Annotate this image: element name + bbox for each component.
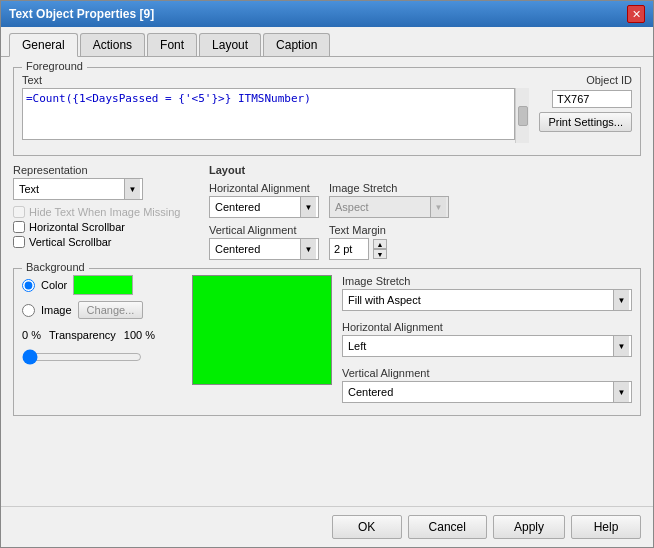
cancel-button[interactable]: Cancel — [408, 515, 487, 539]
color-radio-row: Color — [22, 275, 182, 295]
slider-container — [22, 349, 142, 368]
representation-row: Text ▼ — [13, 178, 198, 200]
transparency-slider[interactable] — [22, 349, 142, 365]
image-stretch-arrow: ▼ — [430, 197, 446, 217]
vertical-scrollbar-label: Vertical Scrollbar — [29, 236, 112, 248]
text-margin-row: ▲ ▼ — [329, 238, 449, 260]
bg-v-align-select[interactable]: Centered ▼ — [342, 381, 632, 403]
h-align-arrow[interactable]: ▼ — [300, 197, 316, 217]
bg-h-align-arrow[interactable]: ▼ — [613, 336, 629, 356]
transparency-label: Transparency — [49, 329, 116, 341]
layout-section: Layout Horizontal Alignment Centered ▼ V… — [208, 164, 641, 260]
v-align-arrow[interactable]: ▼ — [300, 239, 316, 259]
transparency-start: 0 % — [22, 329, 41, 341]
horizontal-scrollbar-checkbox[interactable] — [13, 221, 25, 233]
representation-select[interactable]: Text ▼ — [13, 178, 143, 200]
color-swatch[interactable] — [73, 275, 133, 295]
text-margin-label: Text Margin — [329, 224, 449, 236]
hide-text-checkbox[interactable] — [13, 206, 25, 218]
foreground-group: Foreground Text =Count({1<DaysPassed = {… — [13, 67, 641, 156]
bg-image-stretch-arrow[interactable]: ▼ — [613, 290, 629, 310]
background-left: Color Image Change... 0 % Transparency 1… — [22, 275, 182, 368]
tab-bar: General Actions Font Layout Caption — [1, 27, 653, 57]
foreground-left: Text =Count({1<DaysPassed = {'<5'}>} ITM… — [22, 74, 529, 143]
bg-v-align-row: Vertical Alignment Centered ▼ — [342, 367, 632, 403]
alignment-column: Horizontal Alignment Centered ▼ Vertical… — [209, 182, 319, 260]
ok-button[interactable]: OK — [332, 515, 402, 539]
v-align-label: Vertical Alignment — [209, 224, 319, 236]
title-bar: Text Object Properties [9] ✕ — [1, 1, 653, 27]
image-radio-label: Image — [41, 304, 72, 316]
h-align-select[interactable]: Centered ▼ — [209, 196, 319, 218]
v-align-value: Centered — [212, 243, 300, 255]
representation-arrow[interactable]: ▼ — [124, 179, 140, 199]
transparency-end: 100 % — [124, 329, 155, 341]
image-radio-row: Image Change... — [22, 301, 182, 319]
image-stretch-label: Image Stretch — [329, 182, 449, 194]
bg-image-stretch-label: Image Stretch — [342, 275, 632, 287]
horizontal-scrollbar-checkbox-row: Horizontal Scrollbar — [13, 221, 198, 233]
transparency-row: 0 % Transparency 100 % — [22, 329, 182, 341]
bg-image-stretch-select[interactable]: Fill with Aspect ▼ — [342, 289, 632, 311]
spinner-up[interactable]: ▲ — [373, 239, 387, 249]
apply-button[interactable]: Apply — [493, 515, 565, 539]
color-radio-label: Color — [41, 279, 67, 291]
tab-actions[interactable]: Actions — [80, 33, 145, 56]
bg-h-align-value: Left — [345, 340, 613, 352]
hide-text-label: Hide Text When Image Missing — [29, 206, 180, 218]
foreground-top: Text =Count({1<DaysPassed = {'<5'}>} ITM… — [22, 74, 632, 143]
object-id-input[interactable] — [552, 90, 632, 108]
window-title: Text Object Properties [9] — [9, 7, 154, 21]
text-area-wrapper: =Count({1<DaysPassed = {'<5'}>} ITMSNumb… — [22, 88, 529, 143]
layout-inner: Horizontal Alignment Centered ▼ Vertical… — [209, 182, 641, 260]
hide-text-checkbox-row: Hide Text When Image Missing — [13, 206, 198, 218]
background-section: Color Image Change... 0 % Transparency 1… — [22, 275, 632, 407]
text-label: Text — [22, 74, 529, 86]
text-input[interactable]: =Count({1<DaysPassed = {'<5'}>} ITMSNumb… — [22, 88, 515, 140]
spinner-down[interactable]: ▼ — [373, 249, 387, 259]
image-stretch-value: Aspect — [332, 201, 430, 213]
vertical-scrollbar-checkbox[interactable] — [13, 236, 25, 248]
foreground-right: Object ID Print Settings... — [539, 74, 632, 143]
foreground-legend: Foreground — [22, 60, 87, 72]
h-align-value: Centered — [212, 201, 300, 213]
scrollbar[interactable] — [515, 88, 529, 143]
background-group: Background Color Image Change... — [13, 268, 641, 416]
checkboxes-section: Hide Text When Image Missing Horizontal … — [13, 206, 198, 248]
tab-layout[interactable]: Layout — [199, 33, 261, 56]
close-button[interactable]: ✕ — [627, 5, 645, 23]
color-preview — [192, 275, 332, 385]
main-window: Text Object Properties [9] ✕ General Act… — [0, 0, 654, 548]
bg-image-stretch-row: Image Stretch Fill with Aspect ▼ — [342, 275, 632, 311]
footer: OK Cancel Apply Help — [1, 506, 653, 547]
v-align-select[interactable]: Centered ▼ — [209, 238, 319, 260]
help-button[interactable]: Help — [571, 515, 641, 539]
bg-h-align-select[interactable]: Left ▼ — [342, 335, 632, 357]
image-stretch-select: Aspect ▼ — [329, 196, 449, 218]
bg-v-align-arrow[interactable]: ▼ — [613, 382, 629, 402]
image-radio[interactable] — [22, 304, 35, 317]
spinner-buttons: ▲ ▼ — [373, 239, 387, 259]
print-settings-button[interactable]: Print Settings... — [539, 112, 632, 132]
color-radio[interactable] — [22, 279, 35, 292]
rep-layout-row: Representation Text ▼ Hide Text When Ima… — [13, 164, 641, 260]
tab-general[interactable]: General — [9, 33, 78, 57]
bg-image-stretch-value: Fill with Aspect — [345, 294, 613, 306]
representation-section: Representation Text ▼ Hide Text When Ima… — [13, 164, 198, 260]
background-right: Image Stretch Fill with Aspect ▼ Horizon… — [342, 275, 632, 407]
representation-label: Representation — [13, 164, 198, 176]
tab-font[interactable]: Font — [147, 33, 197, 56]
h-align-label: Horizontal Alignment — [209, 182, 319, 194]
bg-v-align-label: Vertical Alignment — [342, 367, 632, 379]
bg-v-align-value: Centered — [345, 386, 613, 398]
representation-value: Text — [16, 183, 124, 195]
stretch-margin-column: Image Stretch Aspect ▼ Text Margin ▲ ▼ — [329, 182, 449, 260]
tab-caption[interactable]: Caption — [263, 33, 330, 56]
bg-h-align-label: Horizontal Alignment — [342, 321, 632, 333]
content-area: Foreground Text =Count({1<DaysPassed = {… — [1, 57, 653, 506]
text-margin-input[interactable] — [329, 238, 369, 260]
bg-h-align-row: Horizontal Alignment Left ▼ — [342, 321, 632, 357]
vertical-scrollbar-checkbox-row: Vertical Scrollbar — [13, 236, 198, 248]
scrollbar-thumb — [518, 106, 528, 126]
change-button[interactable]: Change... — [78, 301, 144, 319]
